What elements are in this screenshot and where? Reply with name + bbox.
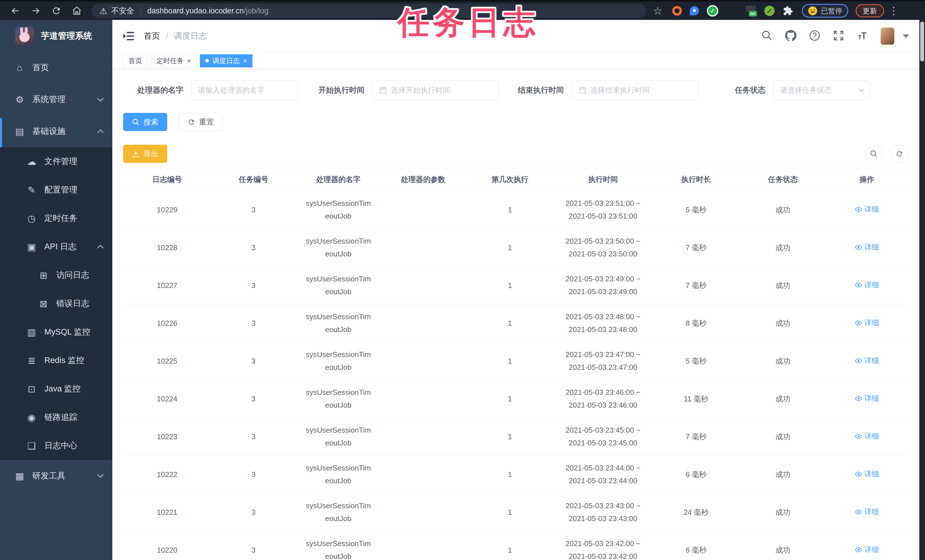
detail-link[interactable]: 详细 <box>855 242 879 252</box>
home-icon: ⌂ <box>13 62 26 73</box>
extension-donut-icon[interactable] <box>672 6 682 16</box>
forward-icon[interactable] <box>31 6 41 16</box>
detail-link[interactable]: 详细 <box>855 355 879 366</box>
detail-link[interactable]: 详细 <box>855 205 879 214</box>
search-button[interactable]: 搜索 <box>123 113 167 131</box>
cell-duration: 8 毫秒 <box>652 304 740 342</box>
user-menu-caret-icon[interactable] <box>903 35 909 38</box>
table-row: 102283sysUserSessionTimeoutJob12021-05-0… <box>123 229 908 266</box>
cell-exec-index: 1 <box>466 494 554 531</box>
detail-link[interactable]: 详细 <box>855 507 879 517</box>
chevron-down-icon <box>97 471 104 478</box>
refresh-icon <box>895 150 903 158</box>
sidebar-item-log-center[interactable]: ❏日志中心 <box>0 432 112 460</box>
home-icon[interactable] <box>72 6 82 16</box>
github-icon[interactable] <box>785 30 797 42</box>
logo-image <box>15 27 33 45</box>
handler-name-field[interactable] <box>198 86 291 95</box>
detail-link[interactable]: 详细 <box>855 280 879 290</box>
sidebar-item-config-management[interactable]: ✎配置管理 <box>0 176 112 204</box>
sidebar-item-scheduled-tasks[interactable]: ◷定时任务 <box>0 204 112 233</box>
extensions-puzzle-icon[interactable] <box>783 5 793 16</box>
cell-status: 成功 <box>740 304 825 342</box>
sidebar-item-file-management[interactable]: ☁文件管理 <box>0 147 112 176</box>
end-time-field[interactable] <box>590 86 692 95</box>
back-icon[interactable] <box>10 6 21 16</box>
app-title: 芋道管理系统 <box>41 30 92 42</box>
job-status-select[interactable]: 请选择任务状态 <box>773 80 870 100</box>
app-logo[interactable]: 芋道管理系统 <box>0 20 112 52</box>
sidebar-item-api-log[interactable]: ▣API 日志 <box>0 233 112 261</box>
cell-status: 成功 <box>740 380 825 418</box>
sidebar-item-label: 文件管理 <box>44 156 102 167</box>
eye-icon <box>855 395 862 402</box>
sidebar-item-label: Redis 监控 <box>44 355 102 366</box>
cell-job-id: 3 <box>211 494 296 531</box>
detail-link[interactable]: 详细 <box>855 431 879 441</box>
browser-menu-icon[interactable]: ⋮ <box>889 5 899 17</box>
extension-check-icon[interactable]: ✓ <box>707 5 718 17</box>
detail-link[interactable]: 详细 <box>855 469 879 479</box>
end-time-input[interactable] <box>572 80 698 100</box>
tags-view-bar: 首页定时任务×调度日志× <box>112 53 919 69</box>
scrollbar-thumb[interactable] <box>920 22 924 62</box>
font-size-icon[interactable] <box>857 30 868 42</box>
column-header: 执行时间 <box>554 168 651 191</box>
extension-paused-badge[interactable]: 已暂停 <box>802 4 848 18</box>
sidebar-item-home[interactable]: ⌂首页 <box>0 52 112 84</box>
extension-pin-icon[interactable] <box>690 6 699 15</box>
cell-log-id: 10222 <box>123 456 211 494</box>
sidebar-item-redis-monitor[interactable]: ≣Redis 监控 <box>0 346 112 375</box>
close-tab-icon[interactable]: × <box>187 57 191 64</box>
sidebar-item-mysql-monitor[interactable]: ▥MySQL 监控 <box>0 318 112 346</box>
reset-button[interactable]: 重置 <box>179 113 223 131</box>
tab-label: 调度日志 <box>212 56 240 65</box>
detail-link[interactable]: 详细 <box>855 393 879 403</box>
sidebar-toggle-icon[interactable] <box>122 30 135 42</box>
cell-handler-param <box>381 304 466 342</box>
begin-time-input[interactable] <box>372 80 499 100</box>
cell-job-id: 3 <box>211 304 296 342</box>
url-bar[interactable]: ⚠ 不安全 dashboard.yudao.iocoder.cn/job/log <box>92 4 646 18</box>
handler-name-input[interactable] <box>191 80 298 100</box>
toggle-search-button[interactable] <box>865 145 883 163</box>
reload-icon[interactable] <box>51 6 62 16</box>
bookmark-star-icon[interactable]: ☆ <box>653 5 663 17</box>
cell-exec-time: 2021-05-03 23:45:00 ~2021-05-03 23:45:00 <box>554 418 651 456</box>
paused-label: 已暂停 <box>821 6 842 16</box>
sidebar-item-dev-tools[interactable]: ▦研发工具 <box>0 460 112 492</box>
detail-link[interactable]: 详细 <box>855 318 879 328</box>
detail-link[interactable]: 详细 <box>855 545 879 555</box>
begin-time-field[interactable] <box>391 86 493 95</box>
extension-grid-icon[interactable] <box>726 5 737 16</box>
breadcrumb-home[interactable]: 首页 <box>144 30 160 42</box>
cell-status: 成功 <box>740 229 825 266</box>
sidebar-item-system[interactable]: ⚙系统管理 <box>0 84 112 115</box>
sidebar-item-error-log[interactable]: ⊠错误日志 <box>0 289 112 318</box>
cell-log-id: 10227 <box>123 266 211 304</box>
search-icon[interactable] <box>761 30 773 42</box>
user-avatar[interactable] <box>881 27 894 45</box>
tab-调度日志[interactable]: 调度日志× <box>200 54 253 67</box>
cell-handler-param <box>381 191 466 229</box>
extension-on-badge-icon[interactable]: on <box>745 5 756 17</box>
sidebar-item-trace[interactable]: ◉链路追踪 <box>0 403 112 432</box>
table-row: 102253sysUserSessionTimeoutJob12021-05-0… <box>123 342 908 380</box>
extension-tool-icon[interactable] <box>764 6 774 16</box>
sidebar-item-java-monitor[interactable]: ⊡Java 监控 <box>0 375 112 403</box>
sidebar-item-infrastructure[interactable]: ▤基础设施 <box>0 115 112 147</box>
filter-handler-name: 处理器的名字 <box>137 80 298 100</box>
export-button[interactable]: 导出 <box>123 145 167 163</box>
breadcrumb: 首页 / 调度日志 <box>144 30 207 42</box>
tab-定时任务[interactable]: 定时任务× <box>151 54 196 67</box>
refresh-table-button[interactable] <box>890 145 908 163</box>
help-icon[interactable] <box>809 30 820 42</box>
browser-update-button[interactable]: 更新 <box>856 4 884 17</box>
fullscreen-icon[interactable] <box>833 30 844 42</box>
close-tab-icon[interactable]: × <box>243 57 247 64</box>
tab-首页[interactable]: 首页 <box>123 54 148 67</box>
browser-scrollbar[interactable] <box>919 20 925 560</box>
emoji-face-icon <box>808 6 818 16</box>
column-header: 处理器的参数 <box>381 168 466 191</box>
sidebar-item-access-log[interactable]: ⊞访问日志 <box>0 261 112 289</box>
